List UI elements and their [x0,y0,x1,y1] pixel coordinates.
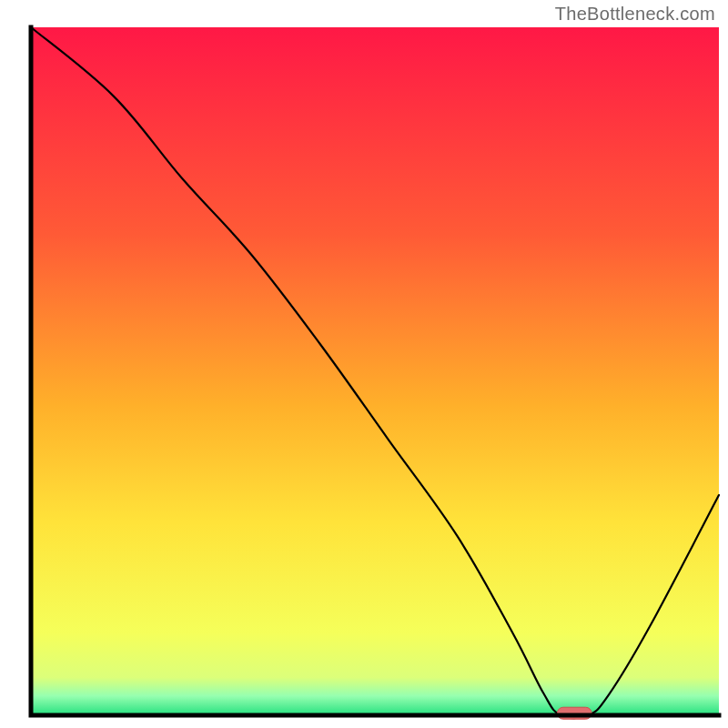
plot-background [31,27,719,715]
bottleneck-chart [0,0,728,728]
watermark-label: TheBottleneck.com [555,4,715,25]
chart-container: TheBottleneck.com [0,0,728,728]
